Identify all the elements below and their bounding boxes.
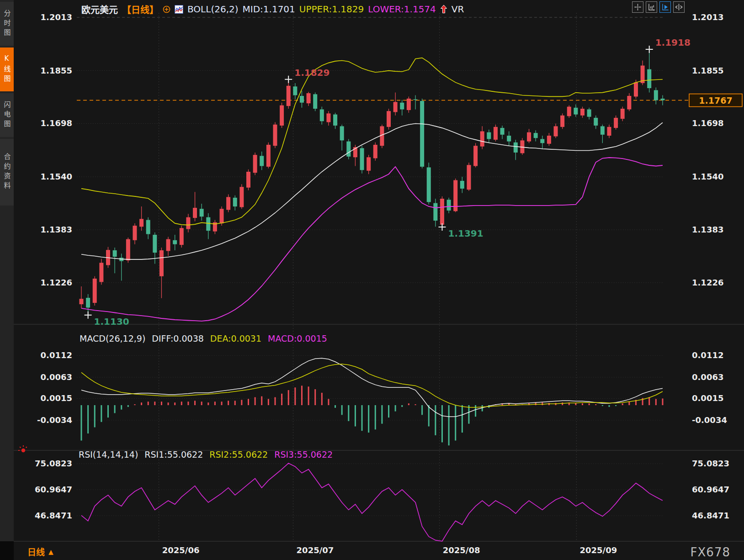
extreme-price-label: 1.1391 [448, 228, 483, 239]
period-selector[interactable]: 日线 ▲ [27, 545, 53, 558]
candle-body [360, 148, 364, 170]
sidebar-item-timeline-chart[interactable]: 分时图 [0, 2, 14, 46]
price-axis-label: 1.2013 [692, 12, 723, 22]
candlestick-series [80, 49, 665, 315]
candle-body [346, 142, 351, 157]
candle-body [93, 279, 97, 303]
candle-body [494, 127, 498, 140]
boll-label: BOLL(26,2) [187, 4, 239, 15]
macd-hist-bar [589, 403, 590, 405]
candle-body [614, 118, 618, 128]
candle-body [173, 240, 177, 244]
rsi-axis-label: 60.9647 [35, 485, 72, 494]
macd-hist-bar [421, 405, 423, 415]
macd-hist-bar [435, 405, 436, 435]
sidebar-item-kline-chart[interactable]: K线图 [0, 48, 14, 91]
macd-axis-label: 0.0112 [41, 350, 72, 360]
alert-sun-icon[interactable] [18, 445, 29, 456]
pane-adjust-icon[interactable] [673, 1, 685, 13]
sidebar-item-contract-info[interactable]: 合约资料 [0, 139, 14, 206]
candle-body [253, 155, 257, 173]
chart-canvas[interactable]: 1.20131.20131.18551.18551.16981.16981.15… [0, 0, 744, 560]
macd-hist-bar [355, 405, 356, 427]
price-axis-label: 1.1540 [692, 172, 723, 181]
watermark: FX678 [691, 545, 730, 559]
macd-hist-bar [401, 405, 403, 407]
extreme-price-label: 1.1829 [294, 67, 329, 78]
rsi-axis-label: 46.8471 [692, 511, 729, 520]
macd-axis-label: 0.0063 [692, 372, 723, 382]
macd-hist-bar [248, 399, 249, 405]
candle-body [146, 220, 150, 234]
candle-body [447, 200, 451, 211]
macd-axis-label: -0.0034 [37, 415, 72, 425]
macd-hist-bar [81, 405, 82, 441]
axis-play-icon[interactable] [659, 1, 671, 13]
sidebar-item-flash-chart[interactable]: 闪电图 [0, 93, 14, 137]
candle-body [226, 197, 230, 210]
candle-body [407, 99, 411, 110]
candle-body [86, 298, 90, 307]
macd-hist-bar [174, 402, 175, 405]
vr-label[interactable]: VR [452, 4, 464, 15]
candle-body [126, 239, 130, 260]
macd-hist-bar [234, 401, 236, 405]
candle-body [139, 219, 143, 227]
candle-body [420, 101, 424, 167]
symbol-title: 欧元美元 [81, 3, 118, 16]
macd-hist-bar [168, 402, 169, 405]
candle-body [333, 115, 337, 126]
boll-upper-value: UPPER:1.1829 [299, 4, 364, 15]
macd-hist-bar [154, 402, 155, 405]
candle-body [233, 198, 237, 206]
candle-body [480, 131, 484, 146]
candle-body [153, 235, 157, 253]
macd-hist-bar [87, 405, 89, 433]
candle-body [293, 86, 297, 95]
macd-hist-bar [301, 386, 303, 405]
candle-body [387, 111, 391, 127]
candle-body [99, 263, 103, 282]
macd-hist-bar [187, 402, 189, 405]
macd-hist-bar [368, 405, 369, 433]
macd-axis-label: 0.0063 [41, 372, 72, 382]
macd-axis-label: 0.0112 [692, 350, 723, 360]
macd-hist-bar [615, 405, 616, 406]
candle-body [634, 82, 638, 96]
macd-hist-bar [181, 402, 182, 405]
candle-body [246, 172, 250, 188]
macd-hist-bar [288, 390, 289, 405]
candle-body [580, 109, 585, 116]
rsi1-value: RSI1:55.0622 [144, 449, 203, 460]
macd-macd-value: MACD:0.0015 [268, 333, 327, 343]
macd-series [81, 358, 664, 445]
macd-hist-bar [381, 405, 383, 424]
date-label: 2025/09 [579, 545, 617, 555]
candle-body [367, 157, 371, 171]
candle-body [627, 96, 631, 110]
macd-hist-bar [308, 386, 309, 405]
boll-lower-value: LOWER:1.1574 [368, 4, 436, 15]
price-axis-label: 1.1855 [41, 66, 72, 75]
macd-hist-bar [321, 393, 323, 405]
sidebar: 分时图 K线图 闪电图 合约资料 [0, 0, 14, 541]
candle-body [621, 109, 625, 119]
date-label: 2025/08 [443, 545, 480, 555]
chart-series [77, 49, 689, 541]
candle-body [554, 126, 558, 136]
rsi2-value: RSI2:55.0622 [209, 449, 268, 460]
add-indicator-icon[interactable] [163, 5, 170, 13]
macd-hist-bar [428, 405, 430, 427]
mini-kline-icon[interactable] [175, 5, 183, 14]
macd-hist-bar [114, 405, 116, 413]
macd-axis-label: 0.0015 [692, 393, 723, 403]
crosshair-move-icon[interactable] [632, 1, 643, 13]
macd-hist-bar [602, 405, 603, 406]
macd-hist-bar [361, 405, 363, 431]
candle-body [587, 109, 591, 116]
macd-hist-bar [535, 402, 537, 405]
macd-hist-bar [562, 402, 563, 405]
boll-mid-value: MID:1.1701 [243, 4, 295, 15]
axis-scale-icon[interactable] [646, 1, 657, 13]
macd-hist-bar [241, 400, 242, 405]
